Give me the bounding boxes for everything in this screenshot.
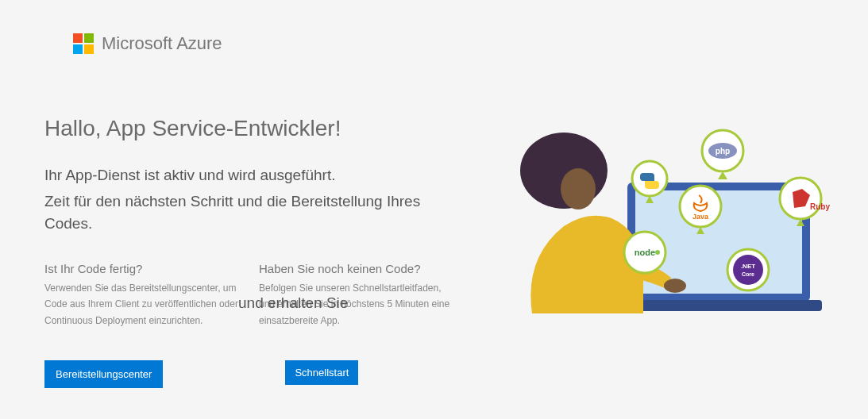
- page-headline: Hallo, App Service-Entwickler!: [44, 116, 341, 141]
- ruby-label: Ruby: [810, 202, 830, 211]
- node-badge-icon: node: [624, 232, 665, 273]
- status-text: Ihr App-Dienst ist aktiv und wird ausgef…: [44, 167, 335, 184]
- button-row: Bereitstellungscenter Schnellstart: [44, 360, 358, 388]
- node-label: node: [635, 248, 655, 257]
- overlapping-text-fragment: und erhalten Sie: [238, 294, 348, 312]
- col-quickstart-question: Haben Sie noch keinen Code?: [259, 262, 457, 275]
- svg-point-12: [655, 250, 660, 255]
- next-step-text: Zeit für den nächsten Schritt und die Be…: [44, 190, 457, 234]
- deployment-center-button[interactable]: Bereitstellungscenter: [44, 360, 163, 388]
- col-deploy: Ist Ihr Code fertig? Verwenden Sie das B…: [44, 262, 243, 329]
- java-label: Java: [692, 213, 709, 221]
- col-deploy-question: Ist Ihr Code fertig?: [44, 262, 243, 275]
- svg-text:Core: Core: [742, 271, 754, 277]
- svg-point-14: [733, 255, 763, 285]
- microsoft-logo-icon: [73, 33, 94, 54]
- php-label: php: [716, 147, 730, 156]
- svg-point-4: [561, 168, 596, 210]
- dotnet-core-badge-icon: .NET Core: [727, 249, 769, 290]
- php-badge-icon: php: [702, 130, 743, 179]
- svg-point-5: [664, 279, 686, 293]
- svg-text:.NET: .NET: [741, 263, 755, 270]
- brand-row: Microsoft Azure: [73, 33, 222, 54]
- col-deploy-desc: Verwenden Sie das Bereitstellungscenter,…: [44, 280, 243, 329]
- hero-illustration: php Java: [476, 127, 842, 333]
- quickstart-button[interactable]: Schnellstart: [285, 360, 358, 385]
- svg-rect-2: [615, 300, 822, 311]
- brand-text: Microsoft Azure: [102, 33, 222, 54]
